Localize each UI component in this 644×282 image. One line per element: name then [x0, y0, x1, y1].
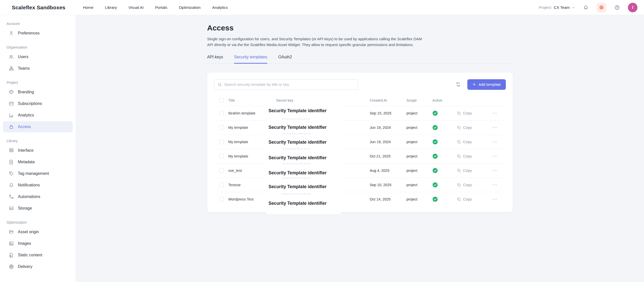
tag-icon — [9, 171, 14, 176]
table-row: sse_testSecurity Template identifierAug … — [214, 163, 506, 178]
copy-button[interactable]: Copy — [457, 111, 492, 115]
secret-key-label: Security Template identifier — [269, 140, 327, 145]
copy-button[interactable]: Copy — [457, 197, 492, 201]
redacted-text-marks — [282, 149, 310, 149]
sidebar-item-metadata[interactable]: Metadata — [3, 156, 73, 168]
row-more-actions-button[interactable] — [492, 168, 506, 173]
check-circle-icon — [432, 153, 438, 159]
redacted-text-marks — [282, 194, 310, 194]
sidebar-item-subscriptions[interactable]: Subscriptions — [3, 98, 73, 109]
search-icon — [217, 82, 222, 87]
tab-api-keys[interactable]: API keys — [207, 55, 223, 64]
sidebar-item-teams[interactable]: Teams — [3, 63, 73, 74]
active-status-badge — [432, 153, 438, 159]
sidebar-item-images[interactable]: Images — [3, 238, 73, 249]
settings-button[interactable] — [597, 3, 606, 12]
bell-icon — [9, 182, 14, 188]
add-template-button[interactable]: Add template — [467, 79, 506, 90]
row-checkbox[interactable] — [219, 183, 224, 187]
lock-icon — [9, 124, 14, 130]
sidebar-item-users[interactable]: Users — [3, 51, 73, 62]
scope: project — [406, 111, 432, 115]
sidebar-section-label-library: Library — [7, 139, 73, 143]
table-row: My templateSecurity Template identifierJ… — [214, 135, 506, 149]
app-logo[interactable]: Scaleflex Sandboxes — [12, 5, 65, 11]
nav-item-library[interactable]: Library — [105, 5, 117, 10]
nav-item-home[interactable]: Home — [83, 5, 93, 10]
copy-button[interactable]: Copy — [457, 125, 492, 130]
sidebar-item-automations[interactable]: Automations — [3, 191, 73, 202]
row-checkbox[interactable] — [219, 154, 224, 158]
sidebar-item-tag-management[interactable]: Tag management — [3, 168, 73, 179]
help-button[interactable] — [612, 3, 622, 12]
row-more-actions-button[interactable] — [492, 125, 506, 130]
page-title: Access — [207, 24, 513, 32]
sidebar-item-storage[interactable]: Storage — [3, 203, 73, 214]
scope: project — [406, 183, 432, 187]
refresh-button[interactable] — [456, 82, 461, 87]
row-checkbox[interactable] — [219, 168, 224, 173]
row-checkbox[interactable] — [219, 140, 224, 144]
project-selector[interactable]: Project: CX Team — [539, 5, 575, 10]
tab-security-templates[interactable]: Security templates — [234, 55, 267, 64]
sidebar-item-label: Tag management — [18, 171, 49, 176]
copy-icon — [457, 169, 461, 173]
sidebar-item-branding[interactable]: Branding — [3, 87, 73, 98]
row-more-actions-button[interactable] — [492, 139, 506, 144]
row-more-actions-button[interactable] — [492, 182, 506, 187]
gear-icon — [599, 5, 604, 10]
active-status-badge — [432, 168, 438, 173]
sidebar-item-label: Notifications — [18, 183, 40, 187]
row-checkbox[interactable] — [219, 125, 224, 130]
sidebar-item-static-content[interactable]: Static content — [3, 250, 73, 261]
sidebar-section-label-account: Account — [7, 22, 73, 26]
row-more-actions-button[interactable] — [492, 154, 506, 159]
created-at: Jun 19, 2024 — [370, 140, 406, 144]
scope: project — [406, 197, 432, 201]
users-icon — [9, 54, 14, 60]
sidebar-item-delivery[interactable]: Delivery — [3, 261, 73, 272]
security-templates-table: TitleSecret keyCreated AtScopeActiveIbra… — [214, 95, 506, 206]
sidebar-item-label: Interface — [18, 148, 33, 153]
column-header-created-at: Created At — [370, 98, 406, 102]
copy-button[interactable]: Copy — [457, 168, 492, 173]
row-more-actions-button[interactable] — [492, 111, 506, 116]
nav-item-visual-ai[interactable]: Visual AI — [128, 5, 143, 10]
select-all-checkbox[interactable] — [219, 98, 224, 103]
sidebar-item-analytics[interactable]: Analytics — [3, 110, 73, 121]
redacted-text-marks — [282, 119, 310, 119]
sidebar-item-label: Subscriptions — [18, 101, 42, 106]
secret-key-cell: Security Template identifier — [276, 164, 370, 178]
globe-icon — [9, 264, 14, 269]
dots-icon — [492, 197, 497, 202]
sidebar-item-access[interactable]: Access — [3, 121, 73, 132]
sidebar-item-preferences[interactable]: Preferences — [3, 28, 73, 39]
project-value: CX Team — [554, 5, 570, 10]
plus-icon — [472, 83, 476, 86]
notifications-button[interactable] — [581, 3, 591, 12]
sidebar-item-notifications[interactable]: Notifications — [3, 180, 73, 191]
nav-item-optimization[interactable]: Optimization — [179, 5, 201, 10]
row-checkbox[interactable] — [219, 197, 224, 202]
active-status-badge — [432, 196, 438, 202]
copy-label: Copy — [463, 183, 472, 187]
search-input[interactable] — [224, 82, 355, 87]
row-more-actions-button[interactable] — [492, 197, 506, 202]
avatar[interactable]: I — [628, 3, 637, 12]
column-header-title: Title — [228, 98, 276, 102]
tab-oauth2[interactable]: OAuth2 — [278, 55, 292, 64]
table-row: My templateSecurity Template identifierJ… — [214, 120, 506, 135]
copy-button[interactable]: Copy — [457, 154, 492, 158]
sidebar-item-asset-origin[interactable]: Asset origin — [3, 226, 73, 237]
nav-item-analytics[interactable]: Analytics — [212, 5, 228, 10]
copy-label: Copy — [463, 197, 472, 201]
refresh-icon — [456, 82, 461, 87]
copy-button[interactable]: Copy — [457, 183, 492, 187]
copy-label: Copy — [463, 154, 472, 158]
sidebar-section-label-organisation: Organisation — [7, 45, 73, 49]
nav-item-portals[interactable]: Portals — [155, 5, 167, 10]
sidebar-item-interface[interactable]: Interface — [3, 145, 73, 156]
row-checkbox[interactable] — [219, 111, 224, 115]
table-header-row: TitleSecret keyCreated AtScopeActive — [214, 95, 506, 106]
copy-button[interactable]: Copy — [457, 140, 492, 144]
